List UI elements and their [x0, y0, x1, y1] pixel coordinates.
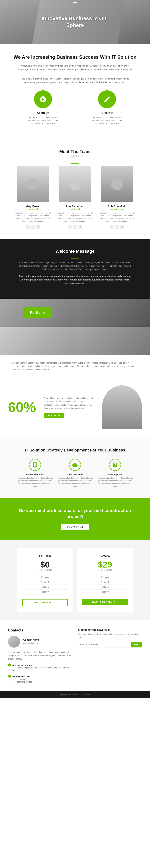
pricing-btn-1[interactable]: Download Details → — [82, 599, 128, 605]
portfolio-grid: Portfolio — [0, 299, 150, 355]
facebook-icon-2[interactable]: f — [110, 225, 114, 229]
create-circle-icon — [98, 90, 116, 108]
pricing-btn-0[interactable]: Upload Free → — [22, 599, 68, 606]
pricing-feature-1-1: Feature 2 — [82, 580, 128, 585]
team-name-2: Bob Greenfield — [98, 205, 136, 208]
footer-text: copyright · 2024 and with the Founders — [8, 694, 142, 696]
twitter-icon-2[interactable]: t — [115, 225, 119, 229]
instagram-icon-2[interactable]: in — [120, 225, 124, 229]
pricing-features-1: 10 Users Feature 2 Feature 3 Feature 4 — [82, 575, 128, 594]
pricing-feature-0-0: 10 Users — [22, 575, 68, 580]
increasing-heading: We Are Increasing Business Success With … — [12, 54, 138, 60]
hamburger-menu[interactable]: ☰ — [72, 2, 78, 6]
text-body: Ut enim ad minim veniam, quis nostrud ex… — [12, 361, 138, 371]
contacts-person-name: Contact Name — [23, 639, 39, 641]
pricing-feature-1-0: 10 Users — [82, 575, 128, 580]
welcome-body1: Amet luctus venenatis lectus magna fring… — [16, 261, 134, 271]
support-icon — [109, 459, 121, 471]
menu-icon[interactable]: ☰ — [72, 2, 78, 3]
hero-title: Innovative Business is Our Sphere — [36, 15, 114, 29]
welcome-heading: Welcome Message — [16, 249, 134, 254]
team-heading: Meet The Team — [8, 149, 142, 154]
contact-office-info: OUR OFFICE LOCATION The Interior Design … — [12, 663, 72, 672]
team-name-0: Mary Brown — [14, 205, 52, 208]
contacts-body: Use our contact form for all information… — [8, 650, 72, 661]
pricing-name-0: For Team — [22, 554, 68, 557]
social-icons-1: f t in — [56, 225, 94, 229]
twitter-icon-1[interactable]: t — [73, 225, 77, 229]
portfolio-section: Portfolio — [0, 299, 150, 355]
portfolio-cell-0: Portfolio — [0, 299, 75, 327]
text-section: Ut enim ad minim veniam, quis nostrud ex… — [0, 355, 150, 377]
pricing-card-1: Personal $29 PER MONTH 10 Users Feature … — [77, 548, 133, 612]
pricing-feature-1-3: Feature 4 — [82, 590, 128, 594]
twitter-icon-0[interactable]: t — [31, 225, 35, 229]
phone-number: +911 56874841 — [12, 678, 32, 681]
increasing-section: We Are Increasing Business Success With … — [0, 44, 150, 141]
increasing-body: Amet luctus venenatis lectus magna fring… — [17, 64, 133, 71]
portfolio-cell-1 — [76, 299, 150, 327]
stats-right — [102, 385, 142, 429]
it-features: Mobile Solutions Content produced by the… — [8, 459, 142, 488]
read-more-button[interactable]: READ MORE — [44, 413, 64, 418]
circle-create: Create It Sample text. Click to start ed… — [91, 90, 123, 131]
team-divider — [71, 163, 79, 164]
social-icons-0: f t in — [14, 225, 52, 229]
newsletter-input[interactable] — [78, 642, 131, 647]
team-name-1: Ann Richmond — [56, 205, 94, 208]
instagram-icon-0[interactable]: in — [36, 225, 40, 229]
welcome-section: Welcome Message Amet luctus venenatis le… — [0, 239, 150, 299]
hero-section: ☰ Innovative Business is Our Sphere — [0, 0, 150, 44]
circle-create-label: Create It — [101, 111, 113, 115]
circle-connector — [71, 90, 79, 131]
contact-phone-info: PHONE (LANDLINE) +911 56874841 +911 5687… — [12, 675, 32, 683]
contacts-right: Sign up for the newsletter Stay up to da… — [78, 628, 142, 683]
contacts-person-role: Creative Director — [23, 642, 38, 645]
team-card-0: Mary Brown creative leader Quis enim lob… — [14, 166, 52, 229]
team-desc-0: Quis enim lobortis scelerisque fermentum… — [14, 212, 52, 223]
email-label: +911 56874841 ext. 403 — [12, 681, 32, 684]
newsletter-button[interactable]: SEND — [131, 642, 142, 647]
contacts-left: Contacts Contact Name Creative Director … — [8, 628, 72, 683]
newsletter-form: SEND — [78, 642, 142, 647]
facebook-icon-0[interactable]: f — [26, 225, 30, 229]
pricing-features-0: 10 Users Feature 2 Feature 3 Feature 4 — [22, 575, 68, 594]
facebook-icon-1[interactable]: f — [68, 225, 72, 229]
stats-section: 60% Donec illo est porttitor dui dui tin… — [0, 377, 150, 437]
portfolio-cell-2 — [0, 327, 75, 355]
cta-button[interactable]: CONTACT US — [61, 524, 89, 530]
pricing-period-0: PER MONTH — [22, 569, 68, 571]
circle-create-desc: Sample text. Click to start editing the … — [91, 116, 123, 125]
stats-percent: 60% — [8, 400, 36, 414]
circle-about-label: About Us — [37, 111, 49, 115]
it-solution-heading: IT Solution Strategy Development For You… — [8, 447, 142, 453]
pricing-feature-1-2: Feature 3 — [82, 585, 128, 590]
team-img-1 — [59, 166, 91, 203]
team-role-2: programming guru — [98, 208, 136, 210]
pricing-feature-0-3: Feature 4 — [22, 590, 68, 594]
team-img-2 — [101, 166, 133, 203]
team-card-2: Bob Greenfield programming guru Quis eni… — [98, 166, 136, 229]
circle-about: About Us Sample text. Click to start edi… — [27, 90, 59, 131]
pricing-name-1: Personal — [82, 554, 128, 557]
contacts-heading: Contacts — [8, 628, 72, 632]
mobile-icon — [29, 459, 41, 471]
social-icons-2: f t in — [98, 225, 136, 229]
portfolio-label: Portfolio — [23, 307, 52, 318]
team-img-0 — [17, 166, 49, 203]
cloud-icon — [69, 459, 81, 471]
newsletter-body: Stay up to date with all information abo… — [78, 633, 142, 639]
welcome-body2: Amet luctus venenatis lectus magna fring… — [16, 274, 134, 285]
instagram-icon-1[interactable]: in — [78, 225, 82, 229]
pricing-period-1: PER MONTH — [82, 569, 128, 571]
team-role-1: creative leader — [56, 208, 94, 210]
team-desc-1: Quis enim lobortis scelerisque fermentum… — [56, 212, 94, 223]
it-feature-desc-1: Content produced by the key that not hav… — [57, 477, 93, 488]
phone-icon — [8, 675, 11, 678]
team-card-1: Ann Richmond creative leader Quis enim l… — [56, 166, 94, 229]
contact-phone: PHONE (LANDLINE) +911 56874841 +911 5687… — [8, 675, 72, 683]
stats-person-image — [102, 385, 142, 429]
it-feature-1: Cloud Services Content produced by the k… — [57, 459, 93, 488]
it-solution-section: IT Solution Strategy Development For You… — [0, 437, 150, 498]
team-desc-2: Quis enim lobortis scelerisque fermentum… — [98, 212, 136, 223]
